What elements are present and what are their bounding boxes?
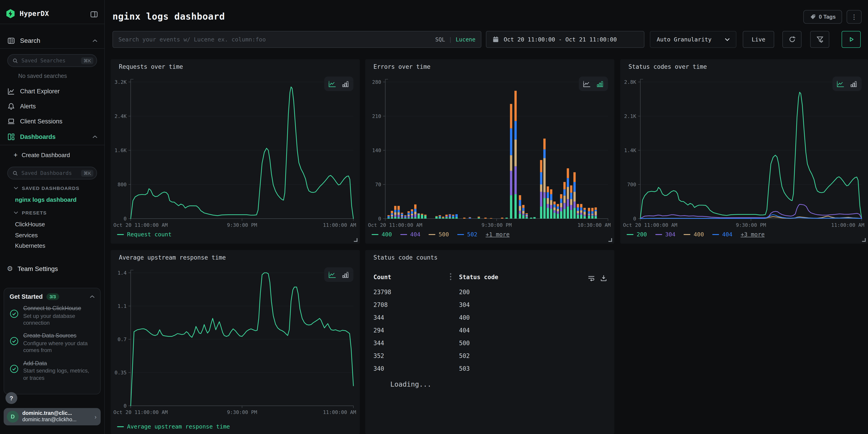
section-label: PRESETS [22, 210, 47, 215]
granularity-select[interactable]: Auto Granularity [650, 31, 736, 48]
bar-view-button[interactable] [594, 79, 606, 89]
refresh-button[interactable] [782, 31, 802, 48]
chart-view-toggle [833, 76, 862, 91]
column-header-status-code[interactable]: Status code [459, 274, 498, 281]
sidebar-item-alerts[interactable]: Alerts [0, 99, 104, 113]
sidebar-item-dashboards[interactable]: Dashboards [0, 130, 104, 144]
bar-view-button[interactable] [340, 79, 351, 89]
legend-more-link[interactable]: +1 more [486, 231, 509, 238]
run-query-button[interactable] [842, 31, 861, 48]
collapse-sidebar-button[interactable] [89, 9, 99, 19]
status-codes-chart: 07001.4K2.1K2.8KOct 20 11:00:00 AM9:30:0… [620, 59, 868, 244]
panel-title: Status codes over time [628, 63, 707, 70]
check-circle-icon [9, 337, 19, 346]
chart-view-toggle [324, 267, 353, 282]
legend-swatch [429, 234, 435, 235]
legend-more-link[interactable]: +3 more [741, 231, 765, 238]
sidebar-item-label: Client Sessions [20, 118, 62, 125]
create-dashboard-button[interactable]: + Create Dashboard [0, 149, 104, 161]
sidebar-item-search[interactable]: Search [0, 34, 104, 48]
line-view-button[interactable] [835, 79, 846, 89]
legend-item-400[interactable]: 400 [684, 231, 704, 238]
legend-item-502[interactable]: 502 [457, 231, 477, 238]
bar-chart-icon [342, 271, 349, 278]
live-label: Live [752, 36, 765, 43]
live-button[interactable]: Live [743, 31, 774, 48]
event-search-input[interactable]: Search your events w/ Lucene ex. column:… [113, 31, 482, 48]
column-header-count[interactable]: Count [373, 274, 391, 281]
line-chart-icon [837, 81, 844, 87]
get-started-step-sources[interactable]: Create Data Sources Configure where your… [4, 330, 100, 357]
sidebar-item-clickhouse[interactable]: ClickHouse [15, 221, 45, 228]
upstream-response-chart: 00.350.71.11.4Oct 20 11:00:00 AM9:30:00 … [111, 250, 360, 434]
filter-edit-icon [816, 35, 824, 43]
legend-item-500[interactable]: 500 [429, 231, 449, 238]
presets-section-header[interactable]: PRESETS [0, 208, 104, 218]
column-resize-handle[interactable] [450, 273, 451, 280]
page-title: nginx logs dashboard [113, 11, 225, 22]
get-started-step-connect[interactable]: Connect to ClickHouse Set up your databa… [4, 302, 100, 330]
resize-handle[interactable] [353, 238, 358, 242]
saved-searches-input[interactable]: Saved Searches ⌘K [7, 54, 97, 67]
filter-button[interactable] [810, 31, 829, 48]
sidebar: HyperDX Search Saved Searches ⌘K No save… [0, 0, 105, 434]
legend-label: 404 [722, 231, 732, 238]
help-button[interactable]: ? [5, 392, 17, 404]
step-description: Set up your database connection [23, 313, 95, 327]
avatar: D [7, 411, 19, 423]
get-started-step-add-data[interactable]: Add Data Start sending logs, metrics, or… [4, 357, 100, 384]
line-chart-icon [328, 271, 336, 278]
svg-text:Oct 20 11:00:00 AM: Oct 20 11:00:00 AM [623, 222, 677, 228]
sidebar-item-team-settings[interactable]: ⚙ Team Settings [0, 262, 104, 276]
tags-button[interactable]: 0 Tags [803, 10, 842, 24]
chevron-up-icon [92, 39, 97, 42]
brand-name: HyperDX [20, 9, 49, 18]
loading-text: Loading... [390, 380, 432, 389]
legend-item-200[interactable]: 200 [627, 231, 647, 238]
lucene-toggle[interactable]: Lucene [456, 36, 475, 42]
svg-text:0: 0 [124, 403, 127, 409]
chevron-up-icon[interactable] [90, 295, 95, 298]
legend-label: 304 [665, 231, 675, 238]
sidebar-item-chart-explorer[interactable]: Chart Explorer [0, 84, 104, 98]
legend-item-request-count[interactable]: Request count [117, 231, 172, 238]
legend-item-304[interactable]: 304 [655, 231, 675, 238]
legend-item-404[interactable]: 404 [400, 231, 420, 238]
gear-icon: ⚙ [7, 265, 13, 273]
user-account-button[interactable]: D dominic.tran@clic... dominic.tran@clic… [4, 408, 101, 425]
panel-menu-button[interactable]: ⋮ [846, 10, 862, 24]
svg-text:2.1K: 2.1K [624, 114, 637, 119]
line-view-button[interactable] [327, 270, 338, 280]
wrap-lines-icon[interactable] [587, 274, 595, 282]
legend-item-average-upstream-response-time[interactable]: Average upstream response time [117, 423, 230, 430]
sidebar-item-kubernetes[interactable]: Kubernetes [15, 242, 45, 249]
resize-handle[interactable] [862, 238, 866, 242]
saved-dashboards-section-header[interactable]: SAVED DASHBOARDS [0, 183, 104, 193]
table-row: 344500 [365, 337, 614, 349]
table-row: 294404 [365, 324, 614, 337]
legend-swatch [627, 234, 633, 235]
bar-view-button[interactable] [848, 79, 859, 89]
legend-label: 200 [637, 231, 647, 238]
saved-dashboards-input[interactable]: Saved Dashboards ⌘K [7, 167, 97, 179]
date-range-picker[interactable]: Oct 20 11:00:00 - Oct 21 11:00:00 [486, 31, 644, 48]
chart-view-toggle [324, 76, 353, 91]
sql-toggle[interactable]: SQL [435, 36, 445, 42]
chevron-right-icon: › [94, 413, 97, 420]
download-icon[interactable] [600, 274, 608, 282]
line-view-button[interactable] [327, 79, 338, 89]
bar-view-button[interactable] [340, 270, 351, 280]
resize-handle[interactable] [608, 238, 612, 242]
get-started-header[interactable]: Get Started 3/3 [4, 288, 100, 302]
table-row: 2708304 [365, 298, 614, 311]
sidebar-item-services[interactable]: Services [15, 232, 38, 239]
legend-label: 400 [693, 231, 704, 238]
sidebar-item-client-sessions[interactable]: Client Sessions [0, 114, 104, 128]
cell-count: 340 [365, 365, 451, 372]
svg-text:1.1: 1.1 [118, 303, 127, 309]
line-view-button[interactable] [581, 79, 592, 89]
search-section-icon [7, 37, 15, 44]
legend-item-404[interactable]: 404 [712, 231, 732, 238]
legend-item-400[interactable]: 400 [372, 231, 392, 238]
sidebar-item-nginx-logs-dashboard[interactable]: nginx logs dashboard [15, 196, 76, 203]
